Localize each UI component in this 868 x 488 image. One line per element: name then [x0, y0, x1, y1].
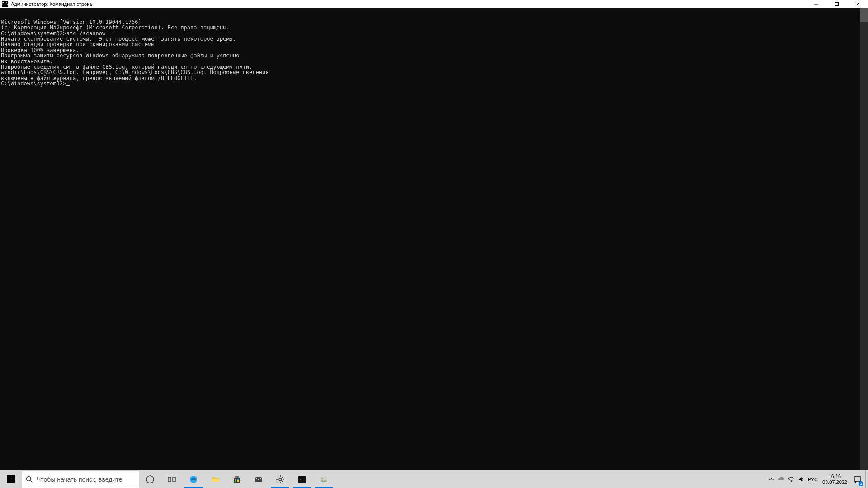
wifi-icon[interactable]	[788, 476, 795, 483]
terminal-line: windir\Logs\CBS\CBS.log. Например, C:\Wi…	[1, 70, 867, 75]
svg-rect-19	[235, 480, 236, 482]
svg-line-9	[30, 480, 32, 482]
svg-point-35	[791, 481, 792, 482]
show-desktop-button[interactable]	[865, 470, 868, 488]
svg-point-10	[146, 476, 154, 483]
taskbar-app-cmd[interactable]: >_	[291, 470, 313, 488]
svg-point-34	[322, 478, 323, 479]
svg-rect-1	[835, 3, 839, 6]
terminal-line: C:\Windows\system32>	[1, 81, 867, 86]
tray-overflow-icon[interactable]	[768, 476, 775, 483]
maximize-button[interactable]	[826, 0, 847, 8]
clock-time: 16:16	[829, 474, 841, 479]
terminal-line: (c) Корпорация Майкрософт (Microsoft Cor…	[1, 25, 867, 30]
svg-point-8	[27, 476, 31, 481]
svg-rect-18	[237, 479, 239, 480]
svg-rect-11	[168, 477, 171, 482]
svg-line-27	[278, 476, 278, 477]
vertical-scrollbar[interactable]	[860, 8, 868, 470]
svg-line-29	[282, 476, 283, 477]
timeline-button[interactable]	[161, 470, 183, 488]
language-indicator[interactable]: РУС	[808, 477, 818, 482]
task-view-button[interactable]	[139, 470, 161, 488]
terminal-line: Начало стадии проверки при сканировании …	[1, 42, 867, 47]
search-box[interactable]: Чтобы начать поиск, введите	[22, 470, 139, 488]
svg-rect-6	[7, 479, 11, 483]
svg-line-30	[278, 481, 278, 482]
close-button[interactable]	[847, 0, 868, 8]
taskbar-app-mail[interactable]	[248, 470, 269, 488]
svg-rect-20	[237, 480, 239, 482]
svg-rect-12	[173, 477, 175, 482]
start-button[interactable]	[0, 470, 22, 488]
minimize-button[interactable]	[806, 0, 826, 8]
taskbar-app-explorer[interactable]	[204, 470, 226, 488]
system-tray: РУС	[766, 470, 820, 488]
taskbar-app-edge[interactable]	[183, 470, 204, 488]
svg-text:>_: >_	[299, 478, 304, 482]
svg-rect-15	[234, 478, 240, 483]
notification-badge: 3	[859, 481, 863, 486]
window-title: Администратор: Командная строка	[11, 1, 92, 7]
terminal-line: включены в файл журнала, предоставляемый…	[1, 75, 867, 81]
svg-rect-16	[236, 476, 238, 478]
taskbar-app-settings[interactable]	[269, 470, 291, 488]
clock-date: 03.07.2022	[822, 479, 847, 485]
volume-icon[interactable]	[798, 476, 805, 483]
search-placeholder: Чтобы начать поиск, введите	[37, 476, 122, 483]
svg-rect-17	[235, 479, 236, 480]
window-titlebar: C:\ Администратор: Командная строка	[0, 0, 868, 8]
terminal-cursor	[66, 85, 70, 86]
svg-rect-4	[7, 475, 11, 479]
svg-point-22	[279, 478, 282, 481]
svg-rect-14	[212, 479, 219, 482]
svg-line-28	[282, 481, 283, 482]
terminal-output[interactable]: Microsoft Windows [Version 10.0.19044.17…	[0, 8, 868, 470]
svg-rect-7	[11, 479, 15, 483]
cmd-icon: C:\	[2, 1, 8, 7]
scrollbar-thumb[interactable]	[860, 8, 868, 22]
taskbar: Чтобы начать поиск, введите >_	[0, 470, 868, 488]
svg-rect-5	[11, 475, 15, 479]
search-icon	[26, 476, 33, 483]
action-center-button[interactable]: 3	[850, 470, 865, 488]
taskbar-app-photos[interactable]	[313, 470, 335, 488]
onedrive-icon[interactable]	[778, 476, 785, 483]
taskbar-clock[interactable]: 16:16 03.07.2022	[820, 470, 850, 488]
svg-rect-36	[854, 477, 861, 481]
terminal-line: Программа защиты ресурсов Windows обнару…	[1, 53, 867, 58]
taskbar-app-store[interactable]	[226, 470, 248, 488]
